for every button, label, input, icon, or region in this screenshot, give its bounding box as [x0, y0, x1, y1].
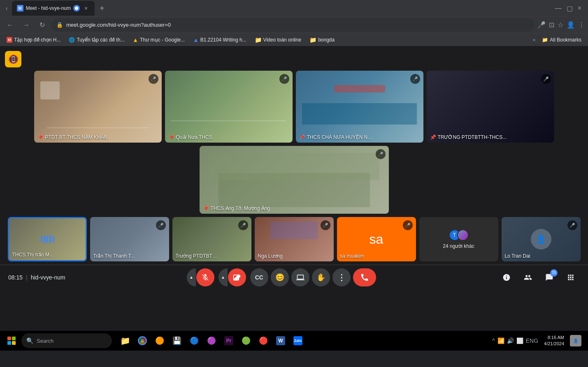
taskbar-zalo[interactable]: Zalo — [290, 332, 306, 349]
bookmark-star-icon[interactable]: ☆ — [558, 21, 563, 29]
taskbar-app-purple1[interactable]: 🟣 — [203, 332, 220, 349]
lang-icon[interactable]: ENG — [526, 337, 538, 344]
bookmark-folder-icon-5: 📁 — [255, 37, 262, 43]
network-icon[interactable]: 📶 — [497, 337, 504, 344]
bookmark-4[interactable]: ▲ B1.22104 Writing h... — [190, 36, 250, 44]
camera-toggle-button[interactable] — [228, 268, 246, 286]
all-bookmarks-button[interactable]: 📁 All Bookmarks — [539, 36, 585, 44]
bookmark-5[interactable]: 📁 Video toán online — [251, 36, 305, 44]
meeting-info-button[interactable] — [497, 268, 516, 286]
video-tile-b6[interactable]: T 24 người khác — [419, 217, 498, 261]
system-datetime[interactable]: 8:16 AM 4/21/2024 — [541, 334, 567, 348]
tab-scroll-back[interactable]: ‹ — [3, 3, 10, 13]
taskbar-app-orange[interactable]: 🟠 — [151, 332, 168, 349]
video-tile-b2[interactable]: 🎤 Trần Thị Thanh T... — [90, 217, 169, 261]
participant-name-1: PTDT BT THCS NẬM KHĂN — [45, 134, 108, 140]
start-button[interactable] — [3, 332, 20, 349]
meet-controls-bar: 08:15 | hid-vvye-num ▲ ▲ — [0, 265, 588, 289]
mute-icon-2: 🎤 — [279, 74, 289, 84]
emoji-button[interactable]: 😊 — [271, 268, 289, 286]
video-tile-b4[interactable]: 🎤 Nga Lương — [255, 217, 334, 261]
taskbar-file-explorer[interactable]: 📁 — [117, 332, 133, 349]
minimize-button[interactable]: — — [555, 5, 562, 12]
menu-icon[interactable]: ⋮ — [578, 21, 585, 29]
mute-icon-4: 🎤 — [541, 74, 551, 84]
raise-hand-button[interactable]: ✋ — [312, 268, 330, 286]
video-tile-b3[interactable]: 🎤 Trường PTDTBT ... — [172, 217, 251, 261]
captions-button[interactable]: CC — [250, 268, 268, 286]
more-bookmarks-button[interactable]: » — [533, 37, 536, 43]
participants-button[interactable] — [519, 268, 537, 286]
refresh-button[interactable]: ↻ — [36, 19, 48, 30]
video-tile-b7[interactable]: 👤 🎤 Lo Tran Dai — [502, 217, 581, 261]
taskbar-user-avatar[interactable]: 👤 — [570, 335, 581, 346]
maximize-button[interactable]: ▢ — [567, 5, 573, 12]
video-tile-4[interactable]: 🎤 📌 TRƯỜNG PTDTBTTH-THCS... — [427, 71, 554, 143]
taskbar-chrome2[interactable]: 🟢 — [238, 332, 254, 349]
taskbar-word[interactable]: W — [272, 332, 289, 349]
url-bar[interactable]: 🔒 meet.google.com/hid-vvye-num?authuser=… — [51, 18, 534, 32]
participant-name-5: THCS Ảng Tở, Mường Ảng — [211, 205, 270, 211]
video-tile-b5[interactable]: sa 🎤 sa muakim — [337, 217, 416, 261]
bookmark-1[interactable]: M Tập hợp đề chọn H... — [3, 36, 64, 44]
present-button[interactable] — [291, 268, 309, 286]
tile-mute-3: 🎤 — [410, 74, 420, 84]
participant-name-b1: THCS Thị trấn M... — [12, 252, 53, 258]
video-tile-2[interactable]: 🎤 📌 Quải Nưa THCS — [165, 71, 293, 143]
volume-icon[interactable]: 🔊 — [507, 337, 514, 344]
bookmark-label-4: B1.22104 Writing h... — [200, 37, 246, 43]
tile-mute-4: 🎤 — [541, 74, 551, 84]
search-icon: 🔍 — [26, 337, 33, 344]
end-call-button[interactable] — [353, 268, 376, 286]
security-icon: 🔒 — [56, 22, 63, 28]
tile-label-1: 📌 PTDT BT THCS NẬM KHĂN — [37, 134, 108, 140]
taskbar-chrome[interactable] — [134, 332, 151, 349]
close-button[interactable]: × — [578, 5, 581, 12]
tray-expand-icon[interactable]: ^ — [492, 337, 495, 344]
taskbar-app-blue[interactable]: 🔵 — [186, 332, 202, 349]
tab-favicon: M — [17, 5, 23, 12]
app-orange-icon: 🟠 — [155, 336, 164, 345]
tile-mute-b5: 🎤 — [403, 220, 413, 230]
participant-name-b5: sa muakim — [340, 253, 364, 259]
profile-icon[interactable]: 👤 — [567, 21, 575, 29]
back-button[interactable]: ← — [3, 20, 16, 30]
video-tile-5[interactable]: 🎤 📌 THCS Ảng Tở, Mường Ảng — [200, 146, 389, 214]
tile-mute-b4: 🎤 — [321, 220, 330, 230]
bookmark-favicon-1: M — [7, 37, 12, 43]
forward-button[interactable]: → — [20, 20, 33, 30]
participant-grid-bottom: THCS Thị trấn M... 🎤 Trần Thị Thanh T...… — [0, 217, 588, 265]
camera-expand-button[interactable]: ▲ — [218, 268, 228, 286]
video-tile-1[interactable]: 🎤 📌 PTDT BT THCS NẬM KHĂN — [34, 71, 162, 143]
bookmarks-bar: M Tập hợp đề chọn H... 🌐 Tuyển tập các đ… — [0, 33, 588, 46]
speaking-indicator — [41, 235, 54, 244]
meet-logo: 📵 — [5, 51, 21, 67]
mute-icon-b4: 🎤 — [321, 220, 330, 230]
activities-button[interactable] — [562, 268, 580, 286]
active-tab[interactable]: M Meet - hid-vvye-num × — [12, 1, 95, 16]
taskbar-app-red[interactable]: 🔴 — [255, 332, 272, 349]
video-tile-b1[interactable]: THCS Thị trấn M... — [8, 217, 87, 261]
mic-icon[interactable]: 🎤 — [537, 21, 546, 29]
pinned-grid-top: 🎤 📌 PTDT BT THCS NẬM KHĂN 🎤 📌 Quải Nưa T… — [0, 46, 588, 146]
bookmark-6[interactable]: 📁 bongda — [306, 36, 338, 44]
search-placeholder: Search — [37, 338, 53, 344]
video-tile-3[interactable]: 🎤 📌 THCS CHÀ NƯA HUYỆN N... — [296, 71, 423, 143]
bookmark-3[interactable]: ▲ Thư mục - Google... — [129, 36, 188, 44]
mic-toggle-button[interactable] — [196, 268, 214, 286]
taskbar-search[interactable]: 🔍 Search — [21, 333, 112, 348]
pinned-grid-mid: 🎤 📌 THCS Ảng Tở, Mường Ảng — [0, 146, 588, 217]
taskbar-premiere[interactable]: Pr — [221, 332, 237, 349]
new-tab-button[interactable]: + — [96, 2, 108, 15]
bookmark-2[interactable]: 🌐 Tuyển tập các đề th... — [65, 36, 128, 44]
participant-name-b2: Trần Thị Thanh T... — [93, 253, 135, 259]
tile-label-5: 📌 THCS Ảng Tở, Mường Ảng — [203, 205, 270, 211]
meeting-id: hid-vvye-num — [31, 274, 65, 281]
mic-control-group: ▲ — [187, 268, 214, 286]
more-options-button[interactable]: ⋮ — [332, 268, 351, 286]
mic-expand-button[interactable]: ▲ — [187, 268, 196, 286]
chat-button[interactable]: 35 — [540, 268, 558, 286]
tab-close-button[interactable]: × — [82, 5, 90, 12]
translate-icon[interactable]: ⊡ — [549, 21, 554, 29]
taskbar-app-storage[interactable]: 💾 — [169, 332, 185, 349]
